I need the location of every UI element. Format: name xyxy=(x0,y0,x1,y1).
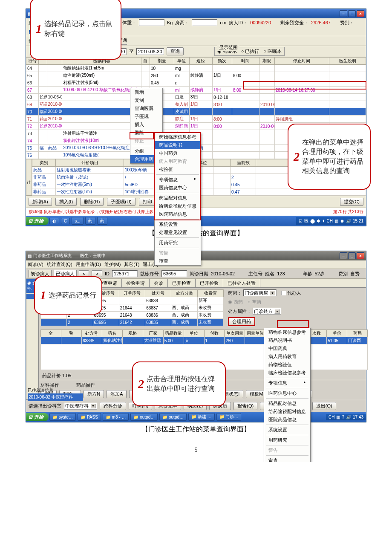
submenu-item-2[interactable]: 药品说明书 xyxy=(264,336,310,344)
submenu-item-2[interactable]: 中国药典 xyxy=(264,344,310,353)
dept-select[interactable]: 中医理疗科 xyxy=(64,403,97,410)
grid-header[interactable]: 停止时间 xyxy=(274,58,329,65)
taskbar-item[interactable]: 药 xyxy=(97,217,107,225)
radio-executed[interactable]: ○ 已执行 xyxy=(241,48,259,55)
order-row[interactable]: 70临药品2010-06-09 08:45:45注射用硫酸链霉素100 万u皮试… xyxy=(26,108,366,116)
daiban-check[interactable] xyxy=(281,291,286,295)
query-button[interactable]: 查询 xyxy=(167,47,184,55)
sub-tab[interactable]: 已往处方处置 xyxy=(223,279,260,287)
submenu-item-2[interactable]: 病人用药教育 xyxy=(264,353,310,361)
taskbar-item[interactable]: 药 xyxy=(85,217,95,225)
context-menu-item[interactable]: 复制 xyxy=(130,96,162,104)
radio-east[interactable]: ○ 草药 xyxy=(248,299,261,304)
grid-header[interactable]: 途径 xyxy=(189,58,212,65)
menu-item[interactable]: 就诊(V) xyxy=(28,261,43,268)
action-button[interactable]: 打印 xyxy=(139,198,156,206)
minimize-button-2[interactable]: – xyxy=(340,252,347,259)
maximize-button-2[interactable]: □ xyxy=(348,252,356,259)
close-button-2[interactable]: × xyxy=(357,252,364,259)
sub-tab[interactable]: 会诊 xyxy=(149,279,168,287)
sub-tab[interactable]: 已开检查 xyxy=(167,279,196,287)
taskbar-item-2[interactable]: 📁 新建 … xyxy=(188,413,215,421)
grid-header[interactable]: 剂量 xyxy=(150,58,174,65)
bottom-button[interactable]: 报告(Q) xyxy=(233,402,257,410)
pharmacy-select[interactable]: 门诊西药房 xyxy=(243,289,277,296)
bottom-button[interactable]: 退出(Q) xyxy=(312,402,336,410)
action-button[interactable]: 新增(A) xyxy=(29,198,52,206)
menu-item[interactable]: 用血申请(D) xyxy=(76,261,101,268)
system-tray-2[interactable]: CH ▦?🔊 17:43 xyxy=(326,414,366,420)
minimize-button[interactable]: – xyxy=(340,10,347,17)
submenu-item-2[interactable]: 医药信息中心 xyxy=(264,389,310,397)
submenu-item[interactable]: 用药研究 xyxy=(155,239,201,247)
weight-input[interactable] xyxy=(139,19,164,26)
radio-west[interactable]: ◉ 西药 xyxy=(228,299,243,304)
context-menu-item[interactable]: 子医嘱 xyxy=(130,113,162,121)
submenu-item[interactable]: 系统设置 xyxy=(155,220,201,228)
rational-use-button[interactable]: 合理用药 xyxy=(228,317,255,326)
submenu-item-2[interactable]: 给药途径配对信息 xyxy=(264,408,310,416)
op-button[interactable]: 添加A xyxy=(107,390,127,398)
date-to-input[interactable]: 2010-06-30 xyxy=(136,48,164,55)
start-button-2[interactable]: ⊞ 开始 xyxy=(26,413,49,421)
context-menu-item[interactable]: 插入 xyxy=(130,121,162,129)
menu-item[interactable]: 维护(M) xyxy=(104,261,121,268)
context-menu-item[interactable]: 新增 xyxy=(130,88,162,96)
menu-item[interactable]: 统计查询(Q) xyxy=(47,261,72,268)
ime-indicator[interactable]: CH xyxy=(327,219,333,223)
maximize-button[interactable]: □ xyxy=(348,10,356,17)
submenu-item-2[interactable]: 系统设置 xyxy=(264,426,310,434)
tray-icon[interactable]: ☑ xyxy=(299,219,303,223)
submenu-item-2[interactable]: 临床检验信息参考 xyxy=(264,369,310,377)
grid-header[interactable]: 期限 xyxy=(259,58,274,65)
submenu-item-2[interactable]: 专项信息 xyxy=(264,379,310,387)
taskbar-item[interactable]: s... xyxy=(72,217,83,225)
quick-launch[interactable]: ◐ xyxy=(49,218,59,224)
visit-no-input[interactable]: 63695 xyxy=(161,270,187,277)
submenu-item[interactable]: 审查 xyxy=(155,257,201,265)
quick-launch-2[interactable]: C xyxy=(61,218,70,224)
radio-orderbook[interactable]: ○ 医嘱本 xyxy=(263,48,282,55)
bottom-button[interactable]: 跨科分诊 xyxy=(100,402,126,410)
order-row[interactable]: 68长药品10-06-09 08:45:41吡嗪酰胺胶囊0.5g口服3/日8-1… xyxy=(26,94,366,101)
op-button[interactable]: 新方N xyxy=(84,390,104,398)
height-input[interactable] xyxy=(192,19,217,26)
submenu-item-2[interactable]: 审查 xyxy=(264,457,310,462)
close-button[interactable]: × xyxy=(357,10,364,17)
action-button[interactable]: 提交(C) xyxy=(340,198,363,206)
action-button[interactable]: 插入(I) xyxy=(55,198,77,206)
grid-header[interactable]: 单位 xyxy=(174,58,190,65)
order-row[interactable]: 64葡酸钠注射液(1ml:5m10mg xyxy=(26,65,366,72)
rx-attr-select[interactable]: 门诊处方 xyxy=(253,308,281,315)
rx-row[interactable]: 2636952164263835西、成药未收费 xyxy=(41,319,224,326)
grid-header[interactable]: 医生说明 xyxy=(329,58,366,65)
action-button[interactable]: 子医嘱(U) xyxy=(107,198,135,206)
submenu-item-2[interactable]: 药品配对信息 xyxy=(264,399,310,408)
grid-header[interactable]: 自 xyxy=(141,58,150,65)
grid-header[interactable]: 频次 xyxy=(213,58,232,65)
submenu-item-2[interactable]: 用药研究 xyxy=(264,436,310,444)
visit-history-item[interactable]: 2010-06-02 中医理疗科 xyxy=(28,393,83,401)
start-button[interactable]: ⊞ 开始 xyxy=(26,217,49,225)
system-tray[interactable]: ☑ 医⬤✱✦ CH ▦⏺🔊 15:21 xyxy=(296,217,366,225)
order-row[interactable]: 69药品2010-06-09 08:45:40六甲胺酸胶蛋黄76亿整入剂1/日8… xyxy=(26,101,366,108)
submenu-item-2[interactable]: 医院药品信息 xyxy=(264,416,310,424)
submenu-item[interactable]: 处理意见设置 xyxy=(155,228,201,237)
taskbar-item-2[interactable]: 📁 PASS xyxy=(78,413,101,421)
ime-2[interactable]: CH xyxy=(329,415,334,419)
context-menu-2[interactable]: 药物临床信息参考药品说明书中国药典病人用药教育药物检验值临床检验信息参考专项信息… xyxy=(264,328,311,462)
action-button[interactable]: 删除(R) xyxy=(80,198,104,206)
sub-tab[interactable]: 检验申请 xyxy=(121,279,150,287)
taskbar-item-2[interactable]: 📁 syste… xyxy=(49,413,76,421)
grid-header[interactable]: 时间 xyxy=(232,58,259,65)
taskbar-item-2[interactable]: 📁 outpd… xyxy=(159,413,187,421)
submenu-item-2[interactable]: 药物临床信息参考 xyxy=(264,328,310,336)
taskbar-item-2[interactable]: 📁 门诊… xyxy=(216,413,242,421)
taskbar-item-2[interactable]: 📁 m3 - … xyxy=(103,413,129,421)
taskbar-item-2[interactable]: 📁 outpd… xyxy=(130,413,158,421)
order-row[interactable]: 71药品2010-06-09 08:45:48还射用硫酸链霉素100 万u静注1… xyxy=(26,116,366,123)
order-row[interactable]: 65糖注射液(250ml)250ml续静滴1/日8:00 xyxy=(26,72,366,79)
submenu-item-2[interactable]: 药物检验值 xyxy=(264,361,310,369)
sub-tab[interactable]: 已开检验 xyxy=(195,279,223,287)
id-input[interactable]: 125971 xyxy=(112,270,138,277)
